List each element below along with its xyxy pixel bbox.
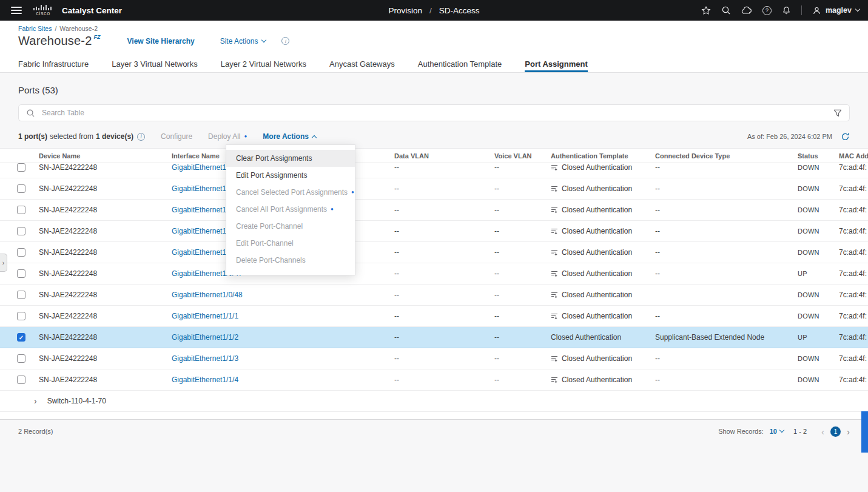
auth-template-cell: Closed Authentication [551,354,655,363]
row-checkbox-checked[interactable]: ✓ [17,333,25,342]
tab-layer2-virtual-networks[interactable]: Layer 2 Virtual Networks [221,56,306,72]
interface-link[interactable]: GigabitEthernet1/1/3 [172,354,394,363]
left-panel-handle[interactable]: › [0,254,7,272]
device-name: SN-JAE24222248 [39,354,172,363]
table-row: SN-JAE24222248 GigabitEthernet1/0/45 -- … [0,221,868,242]
menu-item-clear-port-assignments[interactable]: Clear Port Assignments [226,150,355,167]
table-row: SN-JAE24222248 GigabitEthernet1/1/3 -- -… [0,348,868,369]
page-size-selector[interactable]: 10 [770,428,784,435]
column-status[interactable]: Status [798,152,839,160]
nav-separator: / [429,6,432,15]
product-title: Catalyst Center [62,6,122,15]
user-menu[interactable]: maglev [812,6,860,15]
menu-item-edit-port-assignments[interactable]: Edit Port Assignments [226,167,355,184]
hamburger-menu-button[interactable] [11,7,22,14]
connected-device-type: -- [655,376,798,384]
column-voice-vlan[interactable]: Voice VLAN [494,152,551,160]
column-data-vlan[interactable]: Data VLAN [394,152,494,160]
row-checkbox[interactable] [17,376,25,384]
auth-template-icon [551,377,558,383]
auth-template-cell: Closed Authentication [551,184,655,193]
refresh-button[interactable] [841,132,850,141]
device-group-row[interactable]: › Switch-110-4-1-70 [0,391,868,412]
row-checkbox[interactable] [17,248,25,257]
ports-table: Device Name Interface Name Data VLAN Voi… [0,148,868,420]
interface-link[interactable]: GigabitEthernet1/1/4 [172,376,394,384]
previous-page-button[interactable]: ‹ [821,426,824,437]
mac-address: 7c:ad:4f: [839,227,868,235]
auth-template-icon [551,249,558,256]
deploy-all-button[interactable]: Deploy All ● [208,132,247,141]
interface-link[interactable]: GigabitEthernet1/1/1 [172,312,394,320]
next-page-button[interactable]: › [847,426,850,437]
voice-vlan: -- [494,227,551,235]
info-icon[interactable]: i [281,37,289,45]
view-site-hierarchy-link[interactable]: View Site Hierarchy [127,37,195,45]
device-name: SN-JAE24222248 [39,291,172,299]
search-icon[interactable] [721,5,731,15]
menu-item-delete-port-channels[interactable]: Delete Port-Channels [226,252,355,269]
row-checkbox[interactable] [17,184,25,193]
column-mac-address[interactable]: MAC Address [839,152,868,160]
row-checkbox[interactable] [17,163,25,172]
row-checkbox[interactable] [17,312,25,320]
expand-chevron-icon[interactable]: › [34,397,37,405]
connected-device-type: -- [655,248,798,257]
scrollbar-thumb[interactable] [861,411,868,453]
tab-anycast-gateways[interactable]: Anycast Gateways [329,56,395,72]
tab-fabric-infrastructure[interactable]: Fabric Infrastructure [18,56,89,72]
status: DOWN [798,185,839,192]
row-checkbox[interactable] [17,354,25,363]
current-page-button[interactable]: 1 [830,426,841,437]
username: maglev [826,6,852,15]
device-group-label: Switch-110-4-1-70 [47,397,106,405]
menu-item-cancel-selected-port-assignments[interactable]: Cancel Selected Port Assignments● [226,184,355,201]
device-name: SN-JAE24222248 [39,206,172,214]
data-vlan: -- [394,312,494,320]
notifications-bell-icon[interactable] [782,5,791,15]
interface-link[interactable]: GigabitEthernet1/0/48 [172,291,394,299]
as-of-timestamp: As of: Feb 26, 2024 6:02 PM [747,133,832,140]
more-actions-button[interactable]: More Actions [263,132,316,141]
site-actions-dropdown[interactable]: Site Actions [220,37,266,45]
port-assignment-panel: Ports (53) 1 port(s) selected from 1 dev… [0,73,868,492]
nav-provision[interactable]: Provision [388,6,422,15]
menu-item-create-port-channel[interactable]: Create Port-Channel [226,218,355,235]
menu-item-cancel-all-port-assignments[interactable]: Cancel All Port Assignments● [226,201,355,218]
configure-button[interactable]: Configure [161,132,192,141]
favorites-star-icon[interactable] [701,5,711,15]
chevron-up-icon [312,135,317,140]
search-input[interactable] [41,108,828,118]
status: DOWN [798,376,839,383]
auth-template-icon [551,164,558,171]
tab-port-assignment[interactable]: Port Assignment [525,56,588,72]
device-name: SN-JAE24222248 [39,227,172,235]
row-checkbox[interactable] [17,269,25,278]
cloud-icon[interactable] [741,6,752,15]
menu-item-edit-port-channel[interactable]: Edit Port-Channel [226,235,355,252]
data-vlan: -- [394,354,494,363]
row-checkbox[interactable] [17,206,25,214]
column-connected-device-type[interactable]: Connected Device Type [655,152,798,160]
breadcrumb-fabric-sites[interactable]: Fabric Sites [18,25,52,32]
interface-link[interactable]: GigabitEthernet1/1/2 [172,333,394,342]
auth-template-icon [551,356,558,362]
filter-icon[interactable] [833,109,842,117]
auth-template-icon [551,228,558,235]
table-row: SN-JAE24222248 GigabitEthernet1/0/42 -- … [0,163,868,178]
table-row: SN-JAE24222248 GigabitEthernet1/1/1 -- -… [0,306,868,327]
device-name: SN-JAE24222248 [39,312,172,320]
tab-authentication-template[interactable]: Authentication Template [418,56,502,72]
nav-sd-access[interactable]: SD-Access [439,6,480,15]
row-checkbox[interactable] [17,291,25,299]
tab-layer3-virtual-networks[interactable]: Layer 3 Virtual Networks [112,56,197,72]
table-row: SN-JAE24222248 GigabitEthernet1/0/43 -- … [0,178,868,200]
column-authentication-template[interactable]: Authentication Template [551,152,655,160]
notification-dot: ● [244,134,247,139]
selection-info-icon[interactable]: i [137,133,145,141]
row-checkbox[interactable] [17,227,25,235]
data-vlan: -- [394,376,494,384]
column-device-name[interactable]: Device Name [39,152,172,160]
help-icon[interactable]: ? [762,6,772,15]
data-vlan: -- [394,227,494,235]
